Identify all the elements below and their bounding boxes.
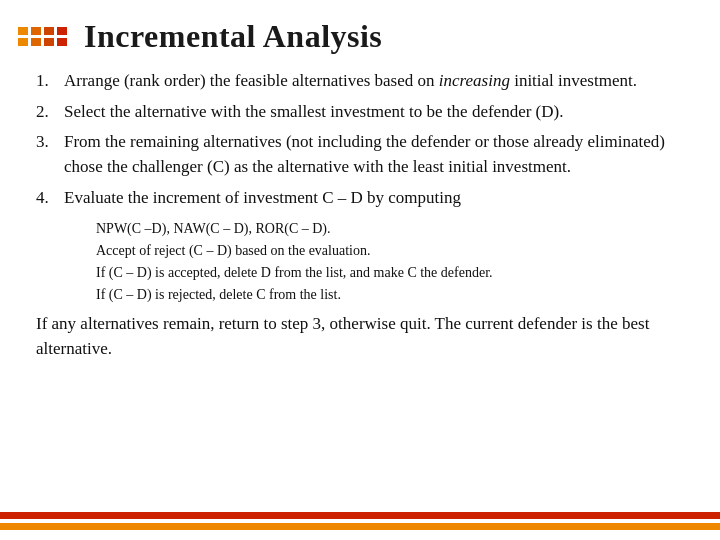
bottom-bar-orange — [0, 523, 720, 530]
bottom-decoration — [0, 504, 720, 540]
logo-stripe-top — [18, 27, 70, 35]
list-number: 2. — [36, 100, 64, 125]
logo-bar-3 — [31, 27, 41, 35]
logo-bar-3b — [31, 38, 41, 46]
list-text: Arrange (rank order) the feasible altern… — [64, 69, 684, 94]
header: Incremental Analysis — [0, 0, 720, 65]
list-text: Evaluate the increment of investment C –… — [64, 186, 684, 211]
list-text: Select the alternative with the smallest… — [64, 100, 684, 125]
list-number: 4. — [36, 186, 64, 211]
page-title: Incremental Analysis — [84, 18, 382, 55]
list-number: 1. — [36, 69, 64, 94]
logo-bar-4b — [18, 38, 28, 46]
list-number: 3. — [36, 130, 64, 179]
logo-bar-1b — [57, 38, 67, 46]
sub-list-item: NPW(C –D), NAW(C – D), ROR(C – D). — [96, 218, 684, 239]
logo-bar-2 — [44, 27, 54, 35]
sub-list: NPW(C –D), NAW(C – D), ROR(C – D). Accep… — [96, 218, 684, 306]
sub-list-item: If (C – D) is rejected, delete C from th… — [96, 284, 684, 305]
logo-bar-2b — [44, 38, 54, 46]
italic-text: increasing — [439, 71, 510, 90]
logo-bar-4 — [18, 27, 28, 35]
logo-icon — [18, 27, 70, 46]
list-item: 2. Select the alternative with the small… — [36, 100, 684, 125]
main-content: 1. Arrange (rank order) the feasible alt… — [0, 65, 720, 504]
sub-list-item: Accept of reject (C – D) based on the ev… — [96, 240, 684, 261]
logo-stripe-bottom — [18, 38, 70, 46]
slide: Incremental Analysis 1. Arrange (rank or… — [0, 0, 720, 540]
logo-bar-1 — [57, 27, 67, 35]
sub-list-item: If (C – D) is accepted, delete D from th… — [96, 262, 684, 283]
list-item: 4. Evaluate the increment of investment … — [36, 186, 684, 211]
numbered-list: 1. Arrange (rank order) the feasible alt… — [36, 69, 684, 216]
list-item: 3. From the remaining alternatives (not … — [36, 130, 684, 179]
bottom-bar-red — [0, 512, 720, 519]
final-paragraph: If any alternatives remain, return to st… — [36, 312, 684, 361]
list-item: 1. Arrange (rank order) the feasible alt… — [36, 69, 684, 94]
list-text: From the remaining alternatives (not inc… — [64, 130, 684, 179]
